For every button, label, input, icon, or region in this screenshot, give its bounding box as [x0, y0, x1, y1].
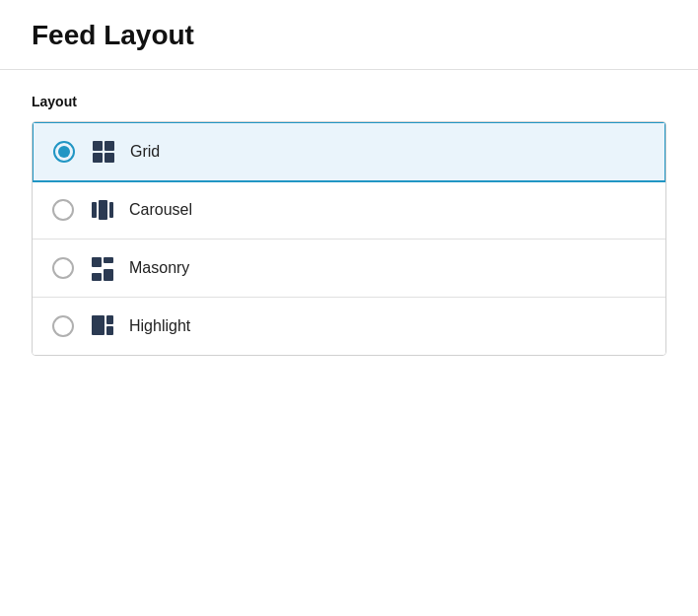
layout-option-grid[interactable]: Grid — [32, 121, 666, 182]
radio-masonry[interactable] — [52, 257, 74, 279]
highlight-icon — [90, 313, 115, 339]
highlight-label: Highlight — [129, 317, 190, 335]
layout-option-carousel[interactable]: Carousel — [33, 181, 665, 240]
carousel-label: Carousel — [129, 201, 192, 219]
layout-option-highlight[interactable]: Highlight — [33, 298, 665, 355]
grid-label: Grid — [130, 143, 160, 161]
radio-highlight[interactable] — [52, 315, 74, 337]
page-title: Feed Layout — [32, 20, 666, 51]
page-header: Feed Layout — [0, 0, 698, 70]
masonry-label: Masonry — [129, 259, 189, 277]
layout-options-list: Grid Carousel — [32, 121, 666, 356]
masonry-icon — [90, 255, 115, 281]
layout-section-label: Layout — [32, 94, 666, 109]
radio-grid[interactable] — [53, 141, 75, 163]
grid-icon — [91, 139, 116, 165]
radio-carousel[interactable] — [52, 199, 74, 221]
content-area: Layout Grid — [0, 70, 698, 379]
carousel-icon — [90, 197, 115, 223]
layout-option-masonry[interactable]: Masonry — [33, 240, 665, 298]
